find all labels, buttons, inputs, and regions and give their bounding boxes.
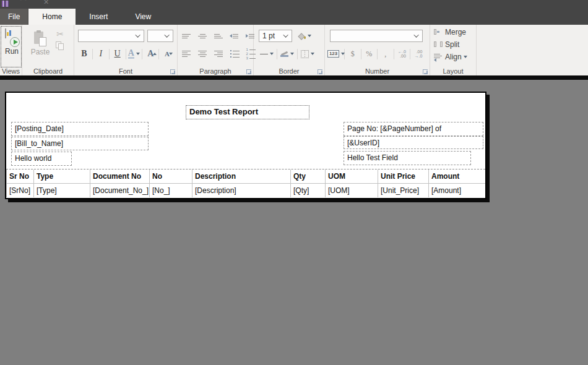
- chevron-down-icon: [136, 53, 140, 55]
- border-width-combobox[interactable]: 1 pt: [259, 30, 292, 42]
- data-cell-unit-price[interactable]: [Unit_Price]: [378, 184, 429, 197]
- paragraph-group-label: Paragraph: [178, 67, 253, 75]
- tab-home[interactable]: Home: [28, 9, 76, 25]
- data-cell-uom[interactable]: [UOM]: [326, 184, 378, 197]
- chevron-down-icon: [341, 53, 345, 55]
- currency-format-button[interactable]: $: [347, 48, 359, 60]
- borders-button[interactable]: [300, 48, 316, 60]
- ribbon: Run Views Paste ✂ Clipboard B I U: [0, 25, 588, 75]
- decrease-indent-button[interactable]: [228, 30, 241, 42]
- merge-button[interactable]: Merge: [434, 27, 476, 37]
- align-center-button[interactable]: [196, 48, 209, 60]
- align-right-button[interactable]: [212, 48, 225, 60]
- report-page[interactable]: Demo Test Report [Posting_Date] [Bill_to…: [5, 92, 486, 199]
- report-title-textbox[interactable]: Demo Test Report: [186, 105, 309, 119]
- align-button[interactable]: Align: [434, 51, 476, 62]
- font-color-button[interactable]: A: [128, 48, 140, 60]
- border-line-style-button[interactable]: [259, 48, 275, 60]
- header-cell-no[interactable]: No: [150, 170, 192, 183]
- percent-format-button[interactable]: %: [363, 48, 375, 60]
- ribbon-group-border: 1 pt Border: [254, 25, 325, 75]
- header-cell-type[interactable]: Type: [34, 170, 90, 183]
- border-color-button[interactable]: [279, 48, 295, 60]
- paint-bucket-icon: [298, 33, 306, 40]
- number-format-combobox[interactable]: [330, 30, 423, 42]
- header-cell-description[interactable]: Description: [192, 170, 291, 183]
- run-button[interactable]: Run: [1, 27, 22, 56]
- ribbon-tab-bar: File Home Insert View: [0, 9, 588, 25]
- data-cell-no[interactable]: [No_]: [150, 184, 192, 197]
- chevron-down-icon: [270, 53, 274, 55]
- app-logo-icon: [2, 1, 9, 7]
- border-dialog-launcher-icon[interactable]: [318, 69, 322, 74]
- hello-world-field[interactable]: Hello world: [11, 152, 72, 166]
- font-dialog-launcher-icon[interactable]: [170, 69, 175, 74]
- data-cell-amount[interactable]: [Amount]: [429, 184, 485, 197]
- ribbon-group-number: 123 $ % , ←.0.00 .00→.0 Number: [325, 25, 430, 75]
- tab-file[interactable]: File: [0, 9, 28, 25]
- grow-font-button[interactable]: A: [144, 48, 157, 60]
- border-group-label: Border: [254, 67, 324, 75]
- ribbon-bottom-divider: [0, 75, 588, 80]
- chevron-down-icon: [290, 53, 294, 55]
- align-top-button[interactable]: [180, 30, 192, 42]
- increase-decimal-button[interactable]: .00→.0: [412, 48, 425, 60]
- tab-view[interactable]: View: [121, 9, 165, 25]
- header-cell-document-no[interactable]: Document No: [90, 170, 150, 183]
- split-button[interactable]: Split: [434, 39, 476, 49]
- undo-icon[interactable]: ⌒: [20, 0, 27, 7]
- align-middle-button[interactable]: [196, 30, 209, 42]
- number-badge-icon: 123: [327, 50, 339, 58]
- page-number-field[interactable]: Page No: [&PageNumber] of: [344, 122, 483, 136]
- align-left-button[interactable]: [180, 48, 192, 60]
- table-data-row: [SrNo] [Type] [Document_No_] [No_] [Desc…: [6, 184, 485, 197]
- underline-button[interactable]: U: [111, 48, 124, 60]
- header-cell-unit-price[interactable]: Unit Price: [378, 170, 429, 183]
- align-icon: [434, 53, 443, 60]
- data-cell-qty[interactable]: [Qty]: [291, 184, 326, 197]
- data-cell-description[interactable]: [Description]: [192, 184, 291, 197]
- decrease-decimal-button[interactable]: ←.0.00: [396, 48, 408, 60]
- header-cell-uom[interactable]: UOM: [326, 170, 378, 183]
- hello-test-field[interactable]: Hello Test Field: [344, 151, 471, 165]
- merge-icon: [434, 28, 443, 35]
- data-cell-type[interactable]: [Type]: [34, 184, 90, 197]
- bill-to-name-field[interactable]: [Bill_to_Name]: [11, 137, 149, 150]
- header-cell-amount[interactable]: Amount: [429, 170, 485, 183]
- header-cell-srno[interactable]: Sr No: [7, 170, 34, 183]
- chevron-down-icon: [164, 32, 169, 37]
- data-cell-srno[interactable]: [SrNo]: [7, 184, 34, 197]
- border-width-value: 1 pt: [262, 32, 275, 40]
- views-group-label: Views: [0, 67, 22, 75]
- chevron-down-icon: [308, 35, 311, 37]
- bold-button[interactable]: B: [78, 48, 90, 60]
- ribbon-group-layout: Merge Split Align Layout: [430, 25, 477, 75]
- bullet-list-button[interactable]: [228, 48, 241, 60]
- paste-label: Paste: [31, 48, 50, 56]
- align-bottom-button[interactable]: [212, 30, 225, 42]
- number-dialog-launcher-icon[interactable]: [423, 69, 428, 74]
- user-id-field[interactable]: [&UserID]: [344, 136, 483, 149]
- ribbon-group-views: Run Views: [0, 25, 22, 75]
- shrink-font-button[interactable]: A: [161, 48, 173, 60]
- font-name-combobox[interactable]: [78, 30, 144, 42]
- background-fill-button[interactable]: [297, 30, 313, 42]
- paste-icon: [34, 30, 46, 46]
- chevron-down-icon: [311, 53, 314, 55]
- clipboard-group-label: Clipboard: [22, 67, 74, 75]
- font-size-combobox[interactable]: [147, 30, 173, 42]
- italic-button[interactable]: I: [95, 48, 107, 60]
- number-format-button[interactable]: 123: [330, 48, 342, 60]
- copy-icon[interactable]: [56, 41, 64, 50]
- data-cell-document-no[interactable]: [Document_No_]: [90, 184, 150, 197]
- paragraph-dialog-launcher-icon[interactable]: [246, 69, 251, 74]
- font-color-icon: A: [128, 49, 134, 59]
- header-cell-qty[interactable]: Qty: [291, 170, 326, 183]
- cut-icon[interactable]: ✂: [56, 30, 64, 38]
- posting-date-field[interactable]: [Posting_Date]: [11, 122, 149, 136]
- comma-format-button[interactable]: ,: [379, 48, 392, 60]
- report-table[interactable]: Sr No Type Document No No Description Qt…: [6, 169, 485, 197]
- tab-insert[interactable]: Insert: [76, 9, 121, 25]
- redo-icon[interactable]: ✕: [43, 0, 49, 6]
- report-design-canvas[interactable]: Demo Test Report [Posting_Date] [Bill_to…: [0, 80, 588, 365]
